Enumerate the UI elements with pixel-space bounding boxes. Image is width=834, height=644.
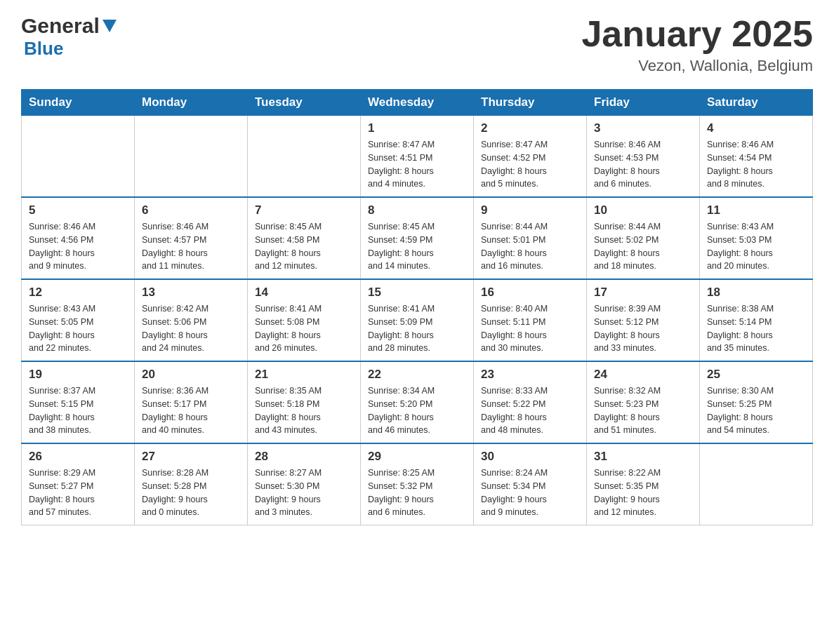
calendar-header-wednesday: Wednesday (361, 90, 474, 116)
day-number: 27 (142, 450, 240, 464)
calendar-cell: 28Sunrise: 8:27 AM Sunset: 5:30 PM Dayli… (248, 443, 361, 525)
day-info: Sunrise: 8:28 AM Sunset: 5:28 PM Dayligh… (142, 467, 240, 519)
calendar-cell: 19Sunrise: 8:37 AM Sunset: 5:15 PM Dayli… (22, 361, 135, 443)
day-number: 29 (368, 450, 466, 464)
calendar-week-5: 26Sunrise: 8:29 AM Sunset: 5:27 PM Dayli… (22, 443, 813, 525)
day-info: Sunrise: 8:47 AM Sunset: 4:52 PM Dayligh… (481, 138, 579, 191)
day-number: 4 (707, 121, 805, 135)
day-number: 31 (594, 450, 692, 464)
day-info: Sunrise: 8:35 AM Sunset: 5:18 PM Dayligh… (255, 384, 353, 437)
day-info: Sunrise: 8:45 AM Sunset: 4:59 PM Dayligh… (368, 220, 466, 273)
day-info: Sunrise: 8:40 AM Sunset: 5:11 PM Dayligh… (481, 302, 579, 355)
calendar-cell: 8Sunrise: 8:45 AM Sunset: 4:59 PM Daylig… (361, 197, 474, 279)
day-info: Sunrise: 8:43 AM Sunset: 5:05 PM Dayligh… (29, 302, 127, 355)
calendar-header-row: SundayMondayTuesdayWednesdayThursdayFrid… (22, 90, 813, 116)
day-number: 22 (368, 368, 466, 382)
calendar-cell: 5Sunrise: 8:46 AM Sunset: 4:56 PM Daylig… (22, 197, 135, 279)
day-number: 15 (368, 286, 466, 300)
day-number: 16 (481, 286, 579, 300)
calendar-cell: 2Sunrise: 8:47 AM Sunset: 4:52 PM Daylig… (474, 116, 587, 198)
calendar-cell: 30Sunrise: 8:24 AM Sunset: 5:34 PM Dayli… (474, 443, 587, 525)
day-number: 3 (594, 121, 692, 135)
title-block: January 2025 Vezon, Wallonia, Belgium (581, 14, 813, 75)
calendar-cell: 20Sunrise: 8:36 AM Sunset: 5:17 PM Dayli… (135, 361, 248, 443)
calendar-cell: 14Sunrise: 8:41 AM Sunset: 5:08 PM Dayli… (248, 279, 361, 361)
calendar-cell: 31Sunrise: 8:22 AM Sunset: 5:35 PM Dayli… (587, 443, 700, 525)
calendar-header-thursday: Thursday (474, 90, 587, 116)
day-info: Sunrise: 8:46 AM Sunset: 4:57 PM Dayligh… (142, 220, 240, 273)
day-number: 10 (594, 203, 692, 217)
page-header: General Blue January 2025 Vezon, Walloni… (21, 14, 813, 75)
calendar-cell: 16Sunrise: 8:40 AM Sunset: 5:11 PM Dayli… (474, 279, 587, 361)
day-number: 25 (707, 368, 805, 382)
day-number: 20 (142, 368, 240, 382)
calendar-cell: 13Sunrise: 8:42 AM Sunset: 5:06 PM Dayli… (135, 279, 248, 361)
calendar-table: SundayMondayTuesdayWednesdayThursdayFrid… (21, 89, 813, 525)
day-number: 2 (481, 121, 579, 135)
calendar-subtitle: Vezon, Wallonia, Belgium (581, 57, 813, 75)
calendar-cell: 21Sunrise: 8:35 AM Sunset: 5:18 PM Dayli… (248, 361, 361, 443)
calendar-header-monday: Monday (135, 90, 248, 116)
logo-general-text: General (21, 14, 100, 38)
day-number: 19 (29, 368, 127, 382)
calendar-cell: 17Sunrise: 8:39 AM Sunset: 5:12 PM Dayli… (587, 279, 700, 361)
day-info: Sunrise: 8:41 AM Sunset: 5:09 PM Dayligh… (368, 302, 466, 355)
day-number: 8 (368, 203, 466, 217)
day-info: Sunrise: 8:24 AM Sunset: 5:34 PM Dayligh… (481, 467, 579, 519)
day-number: 13 (142, 286, 240, 300)
day-number: 21 (255, 368, 353, 382)
logo-arrow-icon (102, 20, 117, 34)
calendar-cell: 3Sunrise: 8:46 AM Sunset: 4:53 PM Daylig… (587, 116, 700, 198)
day-info: Sunrise: 8:45 AM Sunset: 4:58 PM Dayligh… (255, 220, 353, 273)
day-number: 17 (594, 286, 692, 300)
day-number: 14 (255, 286, 353, 300)
calendar-cell: 15Sunrise: 8:41 AM Sunset: 5:09 PM Dayli… (361, 279, 474, 361)
day-info: Sunrise: 8:43 AM Sunset: 5:03 PM Dayligh… (707, 220, 805, 273)
day-info: Sunrise: 8:29 AM Sunset: 5:27 PM Dayligh… (29, 467, 127, 519)
day-info: Sunrise: 8:27 AM Sunset: 5:30 PM Dayligh… (255, 467, 353, 519)
day-info: Sunrise: 8:46 AM Sunset: 4:54 PM Dayligh… (707, 138, 805, 191)
day-info: Sunrise: 8:46 AM Sunset: 4:53 PM Dayligh… (594, 138, 692, 191)
calendar-week-3: 12Sunrise: 8:43 AM Sunset: 5:05 PM Dayli… (22, 279, 813, 361)
day-info: Sunrise: 8:22 AM Sunset: 5:35 PM Dayligh… (594, 467, 692, 519)
day-number: 18 (707, 286, 805, 300)
calendar-cell: 10Sunrise: 8:44 AM Sunset: 5:02 PM Dayli… (587, 197, 700, 279)
day-info: Sunrise: 8:47 AM Sunset: 4:51 PM Dayligh… (368, 138, 466, 191)
day-info: Sunrise: 8:25 AM Sunset: 5:32 PM Dayligh… (368, 467, 466, 519)
calendar-cell: 29Sunrise: 8:25 AM Sunset: 5:32 PM Dayli… (361, 443, 474, 525)
day-info: Sunrise: 8:39 AM Sunset: 5:12 PM Dayligh… (594, 302, 692, 355)
day-info: Sunrise: 8:44 AM Sunset: 5:01 PM Dayligh… (481, 220, 579, 273)
calendar-title: January 2025 (581, 14, 813, 54)
day-number: 5 (29, 203, 127, 217)
day-number: 12 (29, 286, 127, 300)
calendar-cell: 23Sunrise: 8:33 AM Sunset: 5:22 PM Dayli… (474, 361, 587, 443)
day-number: 23 (481, 368, 579, 382)
calendar-week-1: 1Sunrise: 8:47 AM Sunset: 4:51 PM Daylig… (22, 116, 813, 198)
day-number: 6 (142, 203, 240, 217)
calendar-cell: 9Sunrise: 8:44 AM Sunset: 5:01 PM Daylig… (474, 197, 587, 279)
day-info: Sunrise: 8:32 AM Sunset: 5:23 PM Dayligh… (594, 384, 692, 437)
calendar-cell: 4Sunrise: 8:46 AM Sunset: 4:54 PM Daylig… (700, 116, 813, 198)
day-number: 7 (255, 203, 353, 217)
day-number: 26 (29, 450, 127, 464)
day-info: Sunrise: 8:37 AM Sunset: 5:15 PM Dayligh… (29, 384, 127, 437)
calendar-week-4: 19Sunrise: 8:37 AM Sunset: 5:15 PM Dayli… (22, 361, 813, 443)
calendar-cell (248, 116, 361, 198)
day-number: 11 (707, 203, 805, 217)
svg-marker-0 (102, 20, 117, 32)
day-number: 9 (481, 203, 579, 217)
day-info: Sunrise: 8:41 AM Sunset: 5:08 PM Dayligh… (255, 302, 353, 355)
day-number: 28 (255, 450, 353, 464)
day-info: Sunrise: 8:34 AM Sunset: 5:20 PM Dayligh… (368, 384, 466, 437)
calendar-cell: 27Sunrise: 8:28 AM Sunset: 5:28 PM Dayli… (135, 443, 248, 525)
calendar-cell (22, 116, 135, 198)
calendar-cell: 22Sunrise: 8:34 AM Sunset: 5:20 PM Dayli… (361, 361, 474, 443)
calendar-cell: 25Sunrise: 8:30 AM Sunset: 5:25 PM Dayli… (700, 361, 813, 443)
calendar-cell: 1Sunrise: 8:47 AM Sunset: 4:51 PM Daylig… (361, 116, 474, 198)
calendar-header-friday: Friday (587, 90, 700, 116)
day-info: Sunrise: 8:36 AM Sunset: 5:17 PM Dayligh… (142, 384, 240, 437)
calendar-cell: 6Sunrise: 8:46 AM Sunset: 4:57 PM Daylig… (135, 197, 248, 279)
calendar-cell (700, 443, 813, 525)
day-info: Sunrise: 8:33 AM Sunset: 5:22 PM Dayligh… (481, 384, 579, 437)
calendar-cell: 18Sunrise: 8:38 AM Sunset: 5:14 PM Dayli… (700, 279, 813, 361)
